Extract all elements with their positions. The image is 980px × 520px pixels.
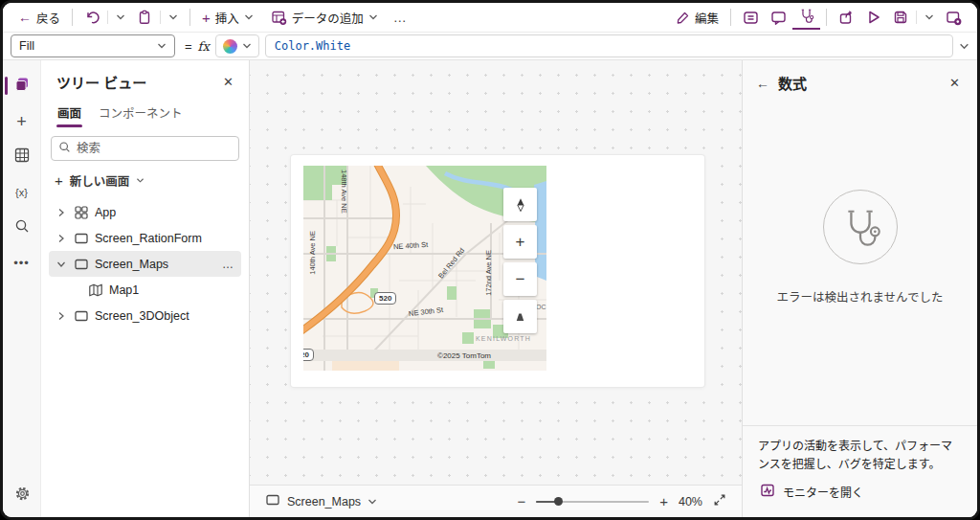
new-screen-button[interactable]: + 新しい画面 xyxy=(53,168,239,193)
rail-more-button[interactable]: ••• xyxy=(3,245,41,281)
screen-icon xyxy=(73,308,90,324)
tree-row-map1[interactable]: Map1 xyxy=(81,277,241,303)
chevron-down-icon[interactable] xyxy=(55,260,68,268)
edit-label: 編集 xyxy=(695,9,719,27)
zoom-in-button[interactable]: + xyxy=(659,493,668,509)
search-input[interactable] xyxy=(77,142,232,155)
formula-view-button[interactable] xyxy=(737,7,765,29)
canvas-area[interactable]: 148th Ave NE 140th Ave NE NE 40th St Bel… xyxy=(250,60,742,517)
close-icon[interactable]: ✕ xyxy=(219,73,237,91)
undo-menu-chevron[interactable] xyxy=(110,11,131,24)
paste-button[interactable] xyxy=(131,7,158,28)
map-zoom-out-button[interactable]: − xyxy=(503,262,537,296)
share-icon xyxy=(838,10,855,26)
undo-button[interactable] xyxy=(78,7,105,28)
paste-menu-chevron[interactable] xyxy=(163,11,184,24)
canvas-status-bar: Screen_Maps − + 40% xyxy=(250,485,742,517)
search-icon xyxy=(14,218,30,237)
insert-button[interactable]: + 挿入 xyxy=(196,6,259,30)
rail-settings-button[interactable] xyxy=(3,481,41,509)
rail-insert-button[interactable]: + xyxy=(3,103,41,139)
ellipsis-icon: ••• xyxy=(13,256,30,270)
main-area: + {x} ••• ツリー ビュー ✕ xyxy=(3,60,977,517)
rail-search-button[interactable] xyxy=(3,210,41,245)
share-button[interactable] xyxy=(833,7,860,29)
add-data-button[interactable]: データの追加 xyxy=(265,6,384,30)
compass-button[interactable] xyxy=(503,188,537,221)
tree-item-label: App xyxy=(95,206,116,219)
copilot-button[interactable] xyxy=(215,34,259,57)
map-pitch-button[interactable] xyxy=(503,300,537,333)
publish-button[interactable] xyxy=(940,7,968,29)
tree-row-screen-3dobject[interactable]: Screen_3DObject xyxy=(49,303,241,328)
back-arrow-icon[interactable]: ← xyxy=(756,76,769,91)
back-button[interactable]: ← 戻る xyxy=(12,6,66,30)
no-errors-message: エラーは検出されませんでした xyxy=(776,287,943,305)
tab-screens[interactable]: 画面 xyxy=(56,100,82,127)
rail-tree-view-button[interactable] xyxy=(3,68,41,103)
copilot-icon xyxy=(223,39,237,54)
save-menu-chevron[interactable] xyxy=(919,11,940,24)
zoom-percent[interactable]: 40% xyxy=(679,495,702,509)
formula-input[interactable] xyxy=(265,34,953,57)
braces-icon: {x} xyxy=(15,187,28,198)
add-data-label: データの追加 xyxy=(292,9,364,27)
formula-expand-chevron[interactable] xyxy=(959,42,969,51)
left-rail: + {x} ••• xyxy=(3,60,41,517)
screen-icon xyxy=(73,231,90,246)
chevron-down-icon xyxy=(244,13,254,21)
edit-button[interactable]: 編集 xyxy=(670,6,724,30)
toolbar-overflow-button[interactable]: … xyxy=(388,7,413,28)
open-monitor-label: モニターを開く xyxy=(783,485,863,503)
open-monitor-link[interactable]: モニターを開く xyxy=(758,483,962,504)
tree-item-label: Screen_3DObject xyxy=(95,309,189,323)
toolbar-divider xyxy=(730,9,731,26)
route-shield-20: 20 xyxy=(303,349,314,361)
map-zoom-in-button[interactable]: + xyxy=(503,225,537,259)
chevron-right-icon[interactable] xyxy=(55,208,68,217)
preview-button[interactable] xyxy=(860,7,887,28)
app-icon xyxy=(73,205,90,220)
search-box[interactable] xyxy=(51,136,239,161)
tree-row-app[interactable]: App xyxy=(49,199,241,225)
app-screen-preview[interactable]: 148th Ave NE 140th Ave NE NE 40th St Bel… xyxy=(291,155,704,387)
right-panel-footer: アプリの活動を表示して、パフォーマンスを把握し、バグを特定します。 モニターを開… xyxy=(743,425,977,517)
tab-components[interactable]: コンポーネント xyxy=(98,100,184,127)
tree-list: App Screen_RationForm Screen_Maps … Map1 xyxy=(41,195,249,332)
close-icon[interactable]: ✕ xyxy=(946,74,964,92)
toolbar-divider xyxy=(189,9,190,26)
screen-selector[interactable]: Screen_Maps xyxy=(265,492,377,510)
table-add-icon xyxy=(271,10,287,26)
pencil-icon xyxy=(676,11,690,25)
formula-check-panel: ← 数式 ✕ エラーは検出されませんでした アプリの活動を表示して、パ xyxy=(742,60,977,517)
property-selector[interactable]: Fill xyxy=(11,34,175,57)
tree-item-label: Screen_Maps xyxy=(95,258,168,271)
tree-view-tabs: 画面 コンポーネント xyxy=(41,96,249,127)
top-toolbar: ← 戻る + 挿入 データの追加 … xyxy=(3,3,977,32)
monitor-description: アプリの活動を表示して、パフォーマンスを把握し、バグを特定します。 xyxy=(758,438,962,473)
toolbar-mini-divider xyxy=(916,11,917,24)
app-checker-button[interactable] xyxy=(792,5,820,30)
equals-sign: = xyxy=(185,39,192,54)
zoom-slider[interactable] xyxy=(536,501,649,503)
toolbar-mini-divider xyxy=(107,11,108,24)
zoom-out-button[interactable]: − xyxy=(517,493,525,509)
comments-button[interactable] xyxy=(765,7,792,29)
rail-variables-button[interactable]: {x} xyxy=(3,174,41,210)
zoom-slider-knob[interactable] xyxy=(554,497,563,506)
row-more-button[interactable]: … xyxy=(219,258,237,271)
screen-icon xyxy=(265,492,280,510)
plus-icon: + xyxy=(16,113,27,130)
tree-row-screen-rationform[interactable]: Screen_RationForm xyxy=(49,225,241,251)
back-label: 戻る xyxy=(36,9,60,27)
monitor-icon xyxy=(760,483,775,504)
chevron-right-icon[interactable] xyxy=(55,311,68,321)
tree-row-screen-maps[interactable]: Screen_Maps … xyxy=(49,251,241,277)
chevron-right-icon[interactable] xyxy=(55,234,68,243)
screen-icon xyxy=(73,257,90,272)
save-button[interactable] xyxy=(887,7,914,28)
fullscreen-button[interactable] xyxy=(713,493,726,509)
rail-data-button[interactable] xyxy=(3,139,41,174)
area-label-kenilworth: KENILWORTH xyxy=(476,335,531,343)
compass-icon xyxy=(513,197,528,213)
